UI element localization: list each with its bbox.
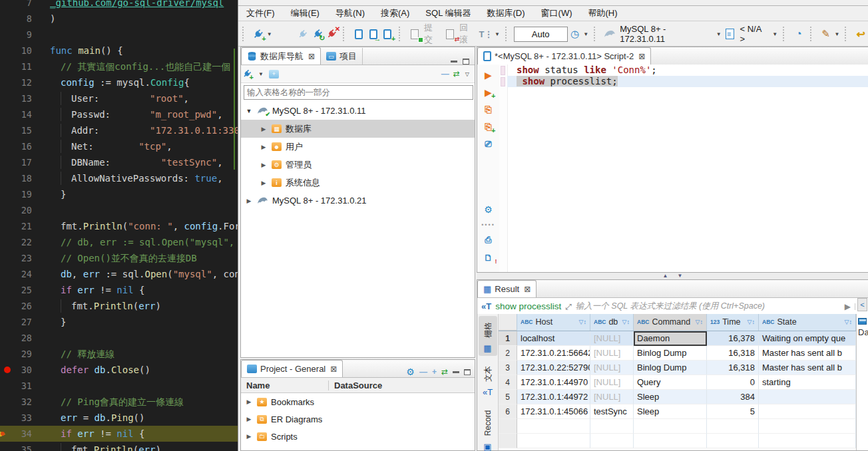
cell-time[interactable]: 16,378 [707, 331, 759, 346]
tab-result[interactable]: ▦ Result ⊠ [477, 280, 537, 297]
transaction-history-icon[interactable]: ◷ [568, 27, 582, 41]
cell-state[interactable]: Master has sent all b [759, 361, 856, 375]
cell-time[interactable]: 5 [707, 404, 759, 419]
cell-state[interactable] [759, 404, 856, 419]
filter-sort-icon[interactable]: ▽↕ [579, 314, 586, 331]
back-history-icon[interactable]: ↩ [854, 27, 867, 41]
expand-arrow-icon[interactable]: ▶ [245, 398, 253, 405]
view-tab-record[interactable]: Record▣ [479, 404, 497, 451]
menu-item[interactable]: 窗口(W) [541, 7, 572, 19]
rollback-button[interactable]: 回滚 [459, 22, 477, 46]
expand-arrow-icon[interactable]: ▶ [260, 162, 268, 168]
commit-mode-select[interactable]: Auto [514, 27, 568, 42]
sidebar-item-mysql[interactable]: ▶MySQL 8+ - 172.31.0.21 [241, 192, 475, 210]
expand-arrow-icon[interactable]: ▶ [260, 144, 268, 150]
connect-icon[interactable] [296, 27, 310, 41]
project-item-bookmarks[interactable]: ▶★Bookmarks [241, 393, 475, 410]
expand-arrow-icon[interactable]: ▶ [245, 433, 253, 440]
commit-icon[interactable] [408, 27, 421, 41]
sidebar-item-administration[interactable]: ▶⚙管理员 [241, 156, 475, 174]
new-sql-script-icon[interactable]: + [381, 27, 395, 41]
expand-arrow-icon[interactable]: ▶ [245, 416, 253, 422]
table-row[interactable]: 5172.31.0.1:44972[NULL]Sleep384 [499, 390, 856, 404]
cell-command[interactable]: Binlog Dump [634, 346, 707, 361]
project-item-scripts[interactable]: ▶🗀Scripts [241, 428, 475, 445]
execute-statement-icon[interactable]: ▶ [483, 70, 495, 80]
sql-settings-gear-icon[interactable]: ⚙ [483, 204, 495, 215]
filter-sort-icon[interactable]: ▽↕ [845, 314, 852, 331]
code-editor[interactable]: 7_github.com/go-sql-driver/mysql8)910fun… [0, 0, 238, 451]
menu-item[interactable]: 文件(F) [246, 7, 275, 19]
execute-script-new-icon[interactable]: ⎘+ [483, 122, 495, 132]
row-number[interactable]: 1 [499, 331, 517, 346]
link-editor-icon[interactable]: ⇄ [453, 69, 460, 78]
row-number[interactable]: 3 [499, 361, 517, 375]
format-brush-icon[interactable]: ✎ [819, 27, 833, 41]
settings-gear-icon[interactable]: ⚙ [406, 367, 415, 377]
cell-state[interactable]: starting [759, 375, 856, 390]
new-sql-editor-icon[interactable] [352, 27, 365, 41]
cell-host[interactable]: 172.31.0.1:44972 [517, 390, 590, 404]
execute-new-tab-icon[interactable]: ▶+ [483, 87, 495, 98]
maximize-icon[interactable] [464, 369, 471, 375]
open-sql-editor-icon[interactable]: → [367, 27, 380, 41]
new-connection-icon[interactable]: + [252, 27, 265, 41]
new-connection-dropdown[interactable]: ▼ [267, 31, 272, 37]
cell-db[interactable]: [NULL] [590, 331, 634, 346]
cell-state[interactable] [759, 390, 856, 404]
expand-icon[interactable]: + [432, 367, 437, 376]
cell-command[interactable]: Binlog Dump [634, 361, 707, 375]
cell-host[interactable]: 172.31.0.22:52790 [517, 361, 590, 375]
active-connection-select[interactable]: MySQL 8+ - 172.31.0.11 [620, 24, 712, 44]
splitter[interactable]: ▲▼ [477, 273, 868, 279]
table-row[interactable]: 6172.31.0.1:45066testSyncSleep5 [499, 404, 856, 419]
close-icon[interactable]: ⊠ [524, 285, 531, 294]
table-row[interactable]: 3172.31.0.22:52790[NULL]Binlog Dump16,31… [499, 361, 856, 375]
cell-command[interactable]: Sleep [634, 390, 707, 404]
project-item-er-diagrams[interactable]: ▶⧉ER Diagrams [241, 410, 475, 428]
table-filter-input[interactable] [244, 85, 473, 100]
tab-database-navigator[interactable]: 数据库导航 ⊠ [241, 47, 321, 65]
cell-state[interactable]: Master has sent all b [759, 346, 856, 361]
expand-arrow-icon[interactable]: ▶ [260, 126, 268, 132]
row-number[interactable]: 2 [499, 346, 517, 361]
sidebar-item-mysql-connected[interactable]: ▼✔MySQL 8+ - 172.31.0.11 [241, 102, 475, 120]
link-icon[interactable]: ⇄ [441, 367, 448, 376]
cell-host[interactable]: 172.31.0.1:44970 [517, 375, 590, 390]
sidebar-item-users[interactable]: ▶☻用户 [241, 138, 475, 156]
new-folder-icon[interactable]: + [269, 70, 279, 78]
table-row[interactable]: 4172.31.0.1:44970[NULL]Query0starting [499, 375, 856, 390]
filter-sort-icon[interactable]: ▽↕ [696, 314, 703, 331]
disconnect-icon[interactable]: ✕ [326, 27, 339, 41]
filter-sort-icon[interactable]: ▽↕ [622, 314, 630, 331]
menu-item[interactable]: 编辑(E) [291, 7, 320, 19]
column-header-host[interactable]: ABCHost▽↕ [517, 314, 590, 331]
explain-plan-icon[interactable]: ⎚ [483, 139, 495, 150]
view-tab-grid[interactable]: 栅格▦ [479, 316, 497, 356]
minimize-icon[interactable] [451, 61, 457, 63]
transaction-dropdown[interactable]: ▼ [495, 31, 500, 37]
close-icon[interactable]: ⊠ [330, 365, 337, 374]
view-menu-icon[interactable]: ▽ [465, 71, 469, 77]
column-header-db[interactable]: ABCdb▽↕ [590, 314, 634, 331]
menu-item[interactable]: SQL 编辑器 [425, 7, 471, 19]
expand-arrow-icon[interactable]: ▶ [260, 180, 268, 186]
column-datasource[interactable]: DataSource [329, 380, 382, 390]
sidebar-item-system-info[interactable]: ▶i系统信息 [241, 174, 475, 192]
cell-time[interactable]: 16,318 [707, 346, 759, 361]
expand-arrow-icon[interactable]: ▼ [245, 108, 253, 114]
export-result-icon[interactable]: ⎙ [483, 235, 495, 245]
transaction-log-icon[interactable]: T⋮ [479, 27, 493, 41]
row-number[interactable]: 4 [499, 375, 517, 390]
table-row[interactable]: 2172.31.0.21:56642[NULL]Binlog Dump16,31… [499, 346, 856, 361]
commit-button[interactable]: 提交 [424, 22, 441, 46]
cell-db[interactable]: testSync [590, 404, 634, 419]
active-schema-select[interactable]: < N/A > [740, 24, 768, 44]
apply-filter-icon[interactable]: ▶ [845, 302, 851, 311]
unexpected-doc-icon[interactable]: 🗋! [483, 252, 495, 263]
reconnect-icon[interactable]: ↻ [311, 27, 324, 41]
cell-time[interactable]: 0 [707, 375, 759, 390]
cell-time[interactable]: 16,318 [707, 361, 759, 375]
maximize-icon[interactable] [463, 59, 469, 65]
expand-arrow-icon[interactable]: ▶ [245, 198, 253, 204]
